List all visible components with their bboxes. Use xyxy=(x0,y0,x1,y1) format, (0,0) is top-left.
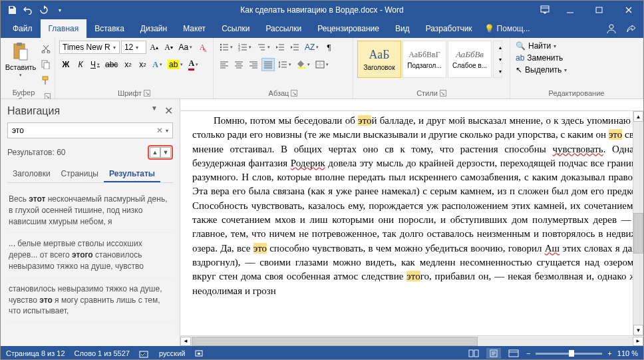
zoom-level[interactable]: 110 % xyxy=(617,349,638,357)
nav-tab-results[interactable]: Результаты xyxy=(104,166,160,182)
multilevel-button[interactable] xyxy=(255,41,272,54)
view-print-button[interactable] xyxy=(486,348,501,359)
paragraph-dialog-launcher[interactable]: ↘ xyxy=(291,90,297,96)
styles-more-button[interactable]: ▾ xyxy=(494,65,507,77)
align-left-button[interactable] xyxy=(218,58,231,71)
shrink-font-button[interactable]: A▾ xyxy=(162,41,176,54)
sign-in-icon[interactable] xyxy=(606,23,617,34)
document-page[interactable]: Помню, потом мы беседовали об этой балла… xyxy=(180,111,643,335)
tab-references[interactable]: Ссылки xyxy=(214,19,257,38)
zoom-in-button[interactable]: + xyxy=(607,349,611,357)
superscript-button[interactable]: x2 xyxy=(136,58,149,71)
redo-icon[interactable] xyxy=(37,3,51,17)
nav-result-item[interactable]: ... белые мертвые стволы иссохших дерев.… xyxy=(7,233,173,277)
font-size-combo[interactable]: 12▾ xyxy=(121,41,146,54)
shading-button[interactable] xyxy=(295,58,312,71)
outdent-button[interactable] xyxy=(273,41,287,54)
nav-tab-headings[interactable]: Заголовки xyxy=(7,166,56,182)
qat-customize-icon[interactable]: ▾ xyxy=(53,3,67,17)
close-button[interactable] xyxy=(614,1,643,19)
bold-button[interactable]: Ж xyxy=(59,58,73,71)
indent-button[interactable] xyxy=(288,41,301,54)
nav-close-button[interactable]: ✕ xyxy=(164,104,173,117)
tab-file[interactable]: Файл xyxy=(5,19,41,38)
undo-icon[interactable] xyxy=(21,3,35,17)
line-spacing-button[interactable] xyxy=(276,58,293,71)
scroll-up-button[interactable]: ▲ xyxy=(633,111,643,122)
ribbon-options-icon[interactable] xyxy=(534,1,556,19)
status-macro[interactable] xyxy=(194,349,204,358)
align-center-button[interactable] xyxy=(232,58,245,71)
change-case-button[interactable]: Aa xyxy=(177,41,194,54)
save-icon[interactable] xyxy=(5,3,19,17)
scroll-right-button[interactable]: ► xyxy=(633,337,643,346)
select-button[interactable]: ↖Выделить ▾ xyxy=(514,65,568,75)
vscroll-thumb[interactable] xyxy=(633,213,643,254)
nav-search-box[interactable]: ✕ ▾ xyxy=(7,122,173,138)
italic-button[interactable]: К xyxy=(74,58,87,71)
zoom-slider[interactable] xyxy=(536,353,602,355)
tab-view[interactable]: Вид xyxy=(387,19,418,38)
clear-format-button[interactable]: A✎ xyxy=(196,41,209,54)
tab-mailings[interactable]: Рассылки xyxy=(257,19,309,38)
status-spell[interactable] xyxy=(139,349,150,358)
subscript-button[interactable]: x2 xyxy=(121,58,134,71)
format-painter-button[interactable] xyxy=(39,74,53,87)
style-subheading[interactable]: АаБбВвГПодзагол... xyxy=(402,41,446,78)
borders-button[interactable] xyxy=(313,58,331,71)
paste-button[interactable]: Вставить ▾ xyxy=(5,41,37,79)
styles-up-button[interactable]: ▴ xyxy=(494,41,507,53)
clear-search-icon[interactable]: ✕ xyxy=(156,126,163,135)
sort-button[interactable]: AZ xyxy=(303,41,321,54)
underline-button[interactable]: Ч xyxy=(88,58,102,71)
styles-dialog-launcher[interactable]: ↘ xyxy=(440,90,446,96)
nav-result-item[interactable]: становилось невыразимо тяжко на душе, чу… xyxy=(7,278,173,323)
nav-prev-button[interactable]: ▲ xyxy=(150,147,160,158)
scroll-left-button[interactable]: ◄ xyxy=(180,337,191,346)
copy-button[interactable] xyxy=(39,58,53,71)
tab-design[interactable]: Дизайн xyxy=(132,19,175,38)
show-marks-button[interactable]: ¶ xyxy=(322,41,335,54)
grow-font-button[interactable]: A▴ xyxy=(148,41,161,54)
tab-home[interactable]: Главная xyxy=(41,19,87,38)
replace-button[interactable]: abЗаменить xyxy=(514,53,568,63)
tab-review[interactable]: Рецензирование xyxy=(309,19,387,38)
strikethrough-button[interactable]: abc xyxy=(103,58,120,71)
hscroll-thumb[interactable] xyxy=(192,337,478,346)
font-dialog-launcher[interactable]: ↘ xyxy=(144,90,150,96)
nav-tab-pages[interactable]: Страницы xyxy=(56,166,104,182)
vertical-scrollbar[interactable]: ▲ ▼ xyxy=(633,111,643,335)
bullets-button[interactable] xyxy=(218,41,235,54)
nav-next-button[interactable]: ▼ xyxy=(160,147,171,158)
minimize-button[interactable] xyxy=(556,1,585,19)
highlight-button[interactable]: ab xyxy=(166,58,185,71)
share-icon[interactable] xyxy=(626,23,637,34)
cut-button[interactable] xyxy=(39,42,53,55)
tell-me[interactable]: 💡Помощ... xyxy=(484,19,530,38)
style-heading[interactable]: АаБЗаголовок xyxy=(357,41,401,78)
tab-insert[interactable]: Вставка xyxy=(86,19,132,38)
status-words[interactable]: Слово 1 из 5527 xyxy=(75,349,130,357)
align-right-button[interactable] xyxy=(247,58,260,71)
scroll-down-button[interactable]: ▼ xyxy=(633,325,643,335)
view-web-button[interactable] xyxy=(506,348,521,359)
font-name-combo[interactable]: Times New R▾ xyxy=(59,41,120,54)
nav-result-item[interactable]: Весь этот нескончаемый пасмурный день, в… xyxy=(7,188,173,233)
horizontal-ruler[interactable] xyxy=(180,99,643,111)
font-color-button[interactable]: A xyxy=(186,58,200,71)
maximize-button[interactable] xyxy=(585,1,614,19)
styles-down-button[interactable]: ▾ xyxy=(494,53,507,65)
horizontal-scrollbar[interactable]: ◄ ► xyxy=(180,335,643,346)
style-weak[interactable]: АаБбВвСлабое в... xyxy=(448,41,492,78)
tab-developer[interactable]: Разработчик xyxy=(418,19,480,38)
status-page[interactable]: Страница 8 из 12 xyxy=(6,349,65,357)
view-read-button[interactable] xyxy=(466,348,481,359)
find-button[interactable]: 🔍Найти ▾ xyxy=(514,41,568,51)
text-effects-button[interactable]: A xyxy=(150,58,164,71)
nav-menu-button[interactable]: ▼ xyxy=(151,104,158,117)
tab-layout[interactable]: Макет xyxy=(175,19,214,38)
zoom-out-button[interactable]: − xyxy=(526,349,530,357)
status-language[interactable]: русский xyxy=(159,349,185,357)
numbering-button[interactable]: 123 xyxy=(236,41,253,54)
nav-search-input[interactable] xyxy=(12,126,156,135)
